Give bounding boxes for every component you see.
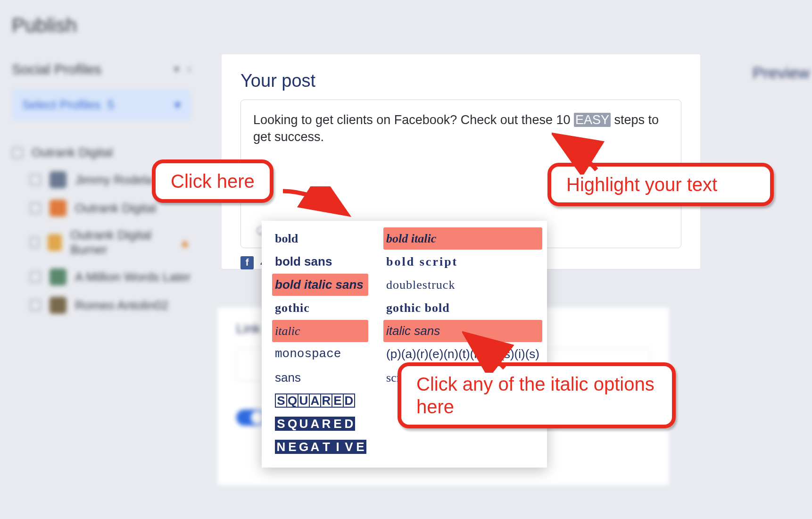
font-option-bold-italic-sans[interactable]: bold italic sans bbox=[272, 274, 368, 296]
sidebar: Social Profiles ▾ ‹ Select Profiles 5 ▾ … bbox=[0, 52, 203, 495]
font-option-italic-sans[interactable]: italic sans bbox=[383, 320, 542, 342]
font-option-doublestruck[interactable]: doublestruck bbox=[383, 274, 542, 296]
font-option-bold[interactable]: bold bbox=[272, 227, 368, 250]
panel-title: Your post bbox=[222, 54, 700, 100]
font-option-bold-sans[interactable]: bold sans bbox=[272, 251, 368, 273]
facebook-icon: f bbox=[240, 256, 254, 269]
font-option-bold-script[interactable]: bold script bbox=[383, 251, 542, 273]
collapse-icon[interactable]: ‹ bbox=[188, 63, 191, 75]
font-option-gothic[interactable]: gothic bbox=[272, 297, 368, 319]
chevron-down-icon: ▾ bbox=[174, 98, 181, 112]
text-style-menu[interactable]: boldbold sansbold italic sansgothicitali… bbox=[262, 221, 547, 468]
warning-icon: ▲ bbox=[179, 235, 191, 250]
font-option-squared-negative[interactable]: SQUARED bbox=[272, 413, 368, 435]
callout-italic: Click any of the italic options here bbox=[398, 362, 676, 428]
font-option-bold-italic[interactable]: bold italic bbox=[383, 227, 542, 250]
preview-label[interactable]: Preview bbox=[753, 64, 810, 82]
highlighted-text[interactable]: EASY bbox=[574, 113, 611, 127]
callout-click-here: Click here bbox=[152, 159, 273, 203]
callout-highlight: Highlight your text bbox=[547, 163, 774, 206]
profile-select[interactable]: Select Profiles 5 ▾ bbox=[12, 89, 191, 121]
font-option-squared[interactable]: SQUARED bbox=[272, 390, 368, 412]
sidebar-item[interactable]: Outrank Digital Burner ▲ bbox=[30, 222, 191, 263]
font-option-monospace[interactable]: monospace bbox=[272, 343, 368, 365]
sidebar-item[interactable]: Romeo Antolin02 bbox=[30, 291, 191, 319]
sidebar-title: Social Profiles bbox=[12, 61, 101, 77]
page-title: Publish bbox=[0, 0, 812, 52]
sidebar-item[interactable]: A Million Words Later bbox=[30, 263, 191, 291]
toggle-switch[interactable] bbox=[236, 410, 265, 426]
font-option-squared-negative[interactable]: NEGATIVE bbox=[272, 436, 368, 458]
font-option-gothic-bold[interactable]: gothic bold bbox=[383, 297, 542, 319]
font-option-italic[interactable]: italic bbox=[272, 320, 368, 342]
filter-icon[interactable]: ▾ bbox=[174, 63, 179, 75]
font-option-sans[interactable]: sans bbox=[272, 367, 368, 389]
